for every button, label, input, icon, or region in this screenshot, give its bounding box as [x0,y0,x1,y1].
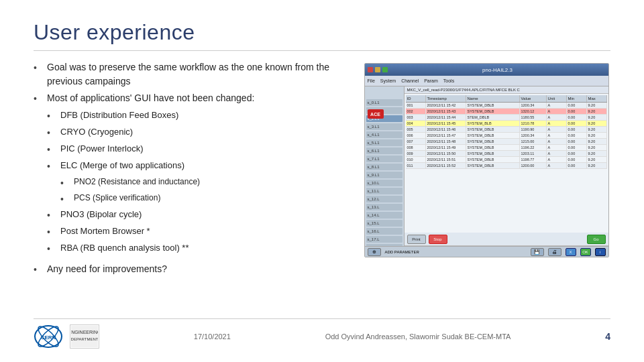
sidebar-item[interactable]: s_6.L1 [366,147,402,154]
slide-title: User experience [34,20,610,45]
table-row: 002 2020/12/11 15:43 SYSTEM_DBLB 1320.12… [406,109,607,115]
menu-system[interactable]: System [380,78,396,83]
bullet-icon: • [34,263,44,277]
status-icon-2: 💾 [531,248,544,256]
col-header-max: Max [587,95,607,102]
list-item: • RBA (RB quench analysis tool) ** [34,241,349,256]
sidebar-item[interactable]: s_7.L1 [366,156,402,162]
svg-text:DEPARTMENT: DEPARTMENT [71,337,98,341]
table-row: 001 2020/12/11 15:42 SYSTEM_DBLB 1200.34… [406,103,607,109]
menu-tools[interactable]: Tools [443,78,454,83]
footer-logos: CERN ENGINEERING DEPARTMENT [34,324,99,349]
table-row: 003 2020/12/11 15:44 STEM_DBLB 1180.55 A… [406,115,607,121]
table-row: 011 2020/12/11 15:52 SYSTEM_DBLB 1200.00… [406,163,607,169]
app-menubar: File System Channel Param Tools [365,76,608,86]
table-row: 005 2020/12/11 15:46 SYSTEM_DBLB 1190.90… [406,127,607,133]
app-titlebar: pno-HAIL2.3 [365,64,608,76]
menu-channel[interactable]: Channel [401,78,419,83]
app-main: MKC_V_cell_read-P23000/1/F7444.APLC/FITN… [405,86,608,246]
ace-logo-text: ACE [370,112,380,117]
info-bar: MKC_V_cell_read-P23000/1/F7444.APLC/FITN… [405,86,608,94]
status-text: ADD PARAMETER [385,250,527,254]
bullet-icon: • [47,109,58,123]
ace-logo-container: ACE [366,88,402,97]
list-item: • DFB (Distribution Feed Boxes) [34,109,349,123]
go-button[interactable]: Go [587,235,606,244]
app-sidebar: ACE s_0.L1 s_1.L1 s_2.L1 s_3.L1 s_4.L1 s… [365,86,405,246]
stop-button[interactable]: Stop [429,235,447,244]
bullet-icon: • [47,242,58,256]
table-row: 006 2020/12/11 15:47 SYSTEM_DBLB 1200.34… [406,133,607,139]
left-column: • Goal was to preserve the same workflow… [34,60,349,313]
table-row: 007 2020/12/11 15:48 SYSTEM_DBLB 1215.00… [406,139,607,145]
ok-btn[interactable]: OK [580,248,591,256]
app-title: pno-HAIL2.3 [390,67,606,73]
ace-logo: ACE [368,109,384,119]
en-logo-svg: ENGINEERING DEPARTMENT [71,326,98,347]
close-btn-icon [368,67,373,72]
cern-logo: CERN [34,324,63,349]
sidebar-item[interactable]: s_17.L [366,236,402,243]
bullet-icon: • [47,208,58,223]
svg-rect-4 [71,326,98,347]
col-header-min: Min [567,95,587,102]
bullet-icon: • [34,92,44,106]
bullet-icon: • [47,160,58,174]
sidebar-item[interactable]: s_3.L1 [366,123,402,130]
list-item-post-mortem: • Post Mortem Browser * [34,225,349,239]
menu-file[interactable]: File [368,78,375,83]
sidebar-item[interactable]: s_0.L1 [366,99,402,106]
maximize-btn-icon [382,67,388,72]
sidebar-item[interactable]: s_5.L1 [366,139,402,146]
sidebar-item[interactable]: s_11.L [366,188,402,194]
sidebar-item[interactable]: s_14.L [366,212,402,219]
list-item: • PCS (Splice verification) [34,192,349,206]
app-statusbar: ⊕ ADD PARAMETER 💾 🖨 X OK i [365,246,608,257]
list-item: • PNO3 (Bipolar cycle) [34,208,349,223]
right-column: pno-HAIL2.3 File System Channel Param To… [362,60,610,313]
title-divider [34,50,610,51]
app-screenshot: pno-HAIL2.3 File System Channel Param To… [364,63,609,257]
status-icon-1: ⊕ [368,248,381,256]
sidebar-item[interactable]: s_16.L [366,228,402,235]
table-row: 008 2020/12/11 15:49 SYSTEM_DBLB 1196.22… [406,145,607,151]
table-row: 004 2020/12/11 15:45 SYSTEM_BLB 1210.78 … [406,121,607,127]
footer-author: Odd Oyvind Andreassen, Slawomir Sudak BE… [325,333,511,341]
bullet-icon: • [47,126,58,140]
col-header-id: ID [406,95,426,102]
minimize-btn-icon [375,67,380,72]
footer-page: 4 [605,331,610,342]
sidebar-item[interactable]: s_4.L1 [366,131,402,138]
sidebar-item[interactable]: s_12.L [366,196,402,202]
app-table: ID Timestamp Name Value Unit Min Max 001 [405,94,608,233]
svg-text:CERN: CERN [41,335,56,341]
list-item: • CRYO (Cryogenic) [34,125,349,140]
menu-param[interactable]: Param [424,78,438,83]
print-button[interactable]: Print [407,235,426,244]
list-item: • ELC (Merge of two applications) [34,159,349,174]
sidebar-item[interactable]: s_10.L [366,180,402,186]
sidebar-item[interactable]: s_13.L [366,204,402,210]
bullet-icon: • [47,225,58,239]
bullet-icon: • [34,61,44,75]
table-row: 010 2020/12/11 15:51 SYSTEM_DBLB 1198.77… [406,157,607,163]
bullet-icon: • [60,192,71,206]
status-icon-3: 🖨 [548,248,561,256]
app-body: ACE s_0.L1 s_1.L1 s_2.L1 s_3.L1 s_4.L1 s… [365,86,608,246]
close-all-btn[interactable]: X [566,248,576,256]
en-logo: ENGINEERING DEPARTMENT [70,324,99,349]
svg-text:ENGINEERING: ENGINEERING [71,330,98,335]
list-item: • Goal was to preserve the same workflow… [34,60,349,88]
list-item: • Most of applications' GUI have not bee… [34,91,349,106]
list-item: • PNO2 (Resistance and inductance) [34,176,349,190]
sidebar-item[interactable]: s_15.L [366,220,402,227]
bottom-toolbar: Print Stop Go [405,233,608,246]
table-header: ID Timestamp Name Value Unit Min Max [406,95,607,103]
list-item: • PIC (Power Interlock) [34,142,349,157]
bullet-icon: • [47,143,58,157]
sidebar-item[interactable]: s_9.L1 [366,172,402,178]
info-btn[interactable]: i [595,248,606,256]
bullet-icon: • [60,176,71,190]
sidebar-item[interactable]: s_8.L1 [366,164,402,170]
col-header-name: Name [466,95,520,102]
